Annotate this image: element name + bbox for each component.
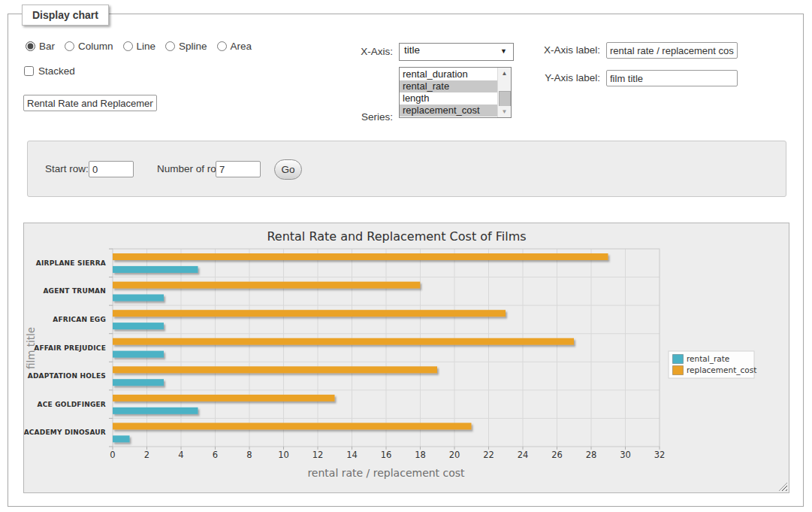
bar-replacement_cost xyxy=(113,338,574,345)
bar-rental_rate xyxy=(113,295,164,301)
x-tick-label: 22 xyxy=(483,450,494,460)
chart-type-option-bar[interactable]: Bar xyxy=(26,41,55,52)
x-axis-select-label: X-Axis: xyxy=(324,46,393,57)
bar-replacement_cost xyxy=(113,253,608,260)
chart-type-radio-group: Bar Column Line Spline Area xyxy=(26,41,261,52)
number-of-rows-input[interactable] xyxy=(216,161,261,177)
x-axis-label-input[interactable] xyxy=(606,42,738,59)
start-row-label: Start row: xyxy=(45,163,89,174)
x-tick-label: 0 xyxy=(110,450,115,460)
page: { "panel": { "legend": "Display chart" }… xyxy=(0,0,812,512)
x-axis-selected-value: title xyxy=(404,44,420,56)
rows-form: Start row: Number of rows: Go xyxy=(27,141,786,197)
category-label: ACADEMY DINOSAUR xyxy=(24,429,106,436)
y-axis-label-input[interactable] xyxy=(606,70,738,86)
chart-type-option-spline[interactable]: Spline xyxy=(165,41,207,52)
x-tick-label: 26 xyxy=(551,450,563,460)
x-tick-label: 4 xyxy=(178,450,183,460)
x-tick-label: 18 xyxy=(415,450,426,460)
chart-type-label-area: Area xyxy=(231,41,252,52)
x-tick-label: 32 xyxy=(654,450,666,460)
bar-rental_rate xyxy=(113,435,130,442)
y-axis-title: film title xyxy=(25,327,37,369)
y-axis-label-caption: Y-Axis label: xyxy=(480,72,600,83)
x-tick-label: 20 xyxy=(449,450,460,460)
bar-rental_rate xyxy=(113,407,198,414)
category-label: AFRICAN EGG xyxy=(53,316,106,323)
display-chart-panel: Display chart Bar Column Line Spline Are… xyxy=(8,14,804,507)
bar-replacement_cost xyxy=(113,366,437,373)
category-label: ACE GOLDFINGER xyxy=(38,401,106,408)
chart-type-radio-line[interactable] xyxy=(123,41,133,51)
x-tick-label: 12 xyxy=(312,450,324,460)
bar-rental_rate xyxy=(113,323,164,329)
bar-replacement_cost xyxy=(113,423,472,429)
legend-label-rental_rate: rental_rate xyxy=(687,354,729,364)
bar-rental_rate xyxy=(113,266,198,273)
legend-swatch-replacement_cost xyxy=(673,366,684,375)
x-tick-label: 24 xyxy=(518,450,529,460)
chart-type-option-column[interactable]: Column xyxy=(65,41,113,52)
bar-rental_rate xyxy=(113,351,164,358)
category-label: AIRPLANE SIERRA xyxy=(36,259,106,267)
chart-type-label-spline: Spline xyxy=(179,41,207,52)
x-tick-label: 30 xyxy=(620,450,631,460)
bar-rental_rate xyxy=(113,379,164,386)
chart-type-label-line: Line xyxy=(137,41,156,52)
chart-type-option-line[interactable]: Line xyxy=(123,41,156,52)
chart-type-radio-column[interactable] xyxy=(65,41,74,51)
category-label: AFFAIR PREJUDICE xyxy=(34,344,106,352)
bar-replacement_cost xyxy=(113,395,335,401)
bar-replacement_cost xyxy=(113,310,506,317)
legend-swatch-rental_rate xyxy=(673,355,684,364)
x-tick-label: 28 xyxy=(586,450,597,460)
chart-title: Rental Rate and Replacement Cost of Film… xyxy=(267,229,526,244)
category-label: AGENT TRUMAN xyxy=(43,287,106,295)
panel-legend: Display chart xyxy=(22,5,109,26)
x-tick-label: 14 xyxy=(346,450,358,460)
x-tick-label: 6 xyxy=(213,450,218,460)
series-option[interactable]: replacement_cost xyxy=(400,105,498,117)
stacked-label: Stacked xyxy=(38,65,75,77)
chart-title-input[interactable] xyxy=(23,95,157,111)
x-tick-label: 2 xyxy=(144,450,149,460)
chart-type-radio-bar[interactable] xyxy=(26,41,35,51)
bar-replacement_cost xyxy=(113,282,420,289)
chart-type-radio-spline[interactable] xyxy=(165,41,175,51)
x-tick-label: 10 xyxy=(278,450,289,460)
chart-type-label-column: Column xyxy=(78,41,113,52)
x-axis-title: rental rate / replacement cost xyxy=(307,467,465,479)
scrollbar-down-icon[interactable]: ▼ xyxy=(498,106,511,117)
start-row-input[interactable] xyxy=(89,161,134,177)
bar-chart: 02468101214161820222426283032AIRPLANE SI… xyxy=(24,223,789,492)
chart-type-radio-area[interactable] xyxy=(217,41,227,51)
stacked-option[interactable]: Stacked xyxy=(24,65,75,77)
chart-type-option-area[interactable]: Area xyxy=(217,41,252,52)
series-listbox-label: Series: xyxy=(324,111,393,123)
x-axis-label-caption: X-Axis label: xyxy=(480,44,600,56)
chart-area: 02468101214161820222426283032AIRPLANE SI… xyxy=(23,223,789,493)
x-tick-label: 8 xyxy=(246,450,252,460)
go-button[interactable]: Go xyxy=(274,159,302,180)
series-option[interactable]: length xyxy=(400,92,498,105)
stacked-checkbox[interactable] xyxy=(24,66,34,76)
x-tick-label: 16 xyxy=(381,450,392,460)
legend-label-replacement_cost: replacement_cost xyxy=(687,365,756,375)
category-label: ADAPTATION HOLES xyxy=(28,372,106,380)
chart-type-label-bar: Bar xyxy=(39,41,55,52)
